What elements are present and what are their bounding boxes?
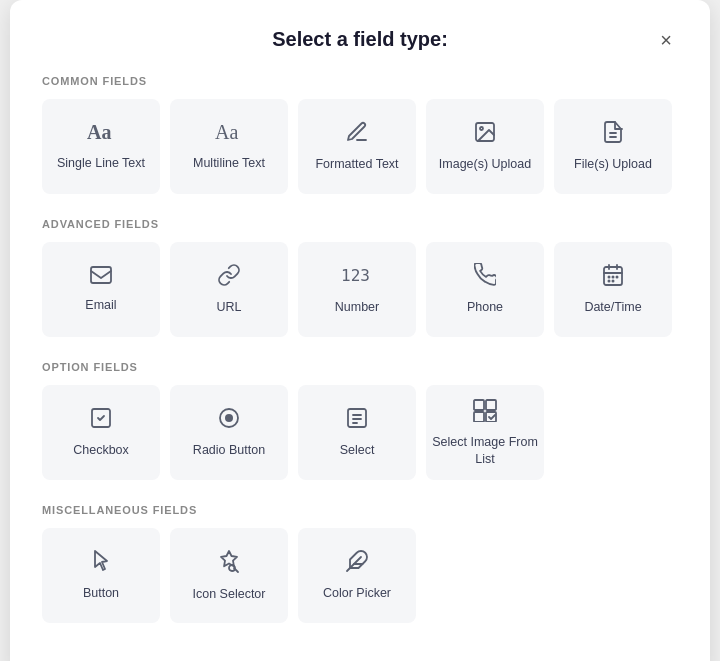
fields-grid-common: AaSingle Line TextAaMultiline TextFormat… [42, 99, 678, 194]
datetime-label: Date/Time [584, 299, 641, 315]
sections-container: COMMON FIELDSAaSingle Line TextAaMultili… [42, 75, 678, 623]
field-item-images-upload[interactable]: Image(s) Upload [426, 99, 544, 194]
checkbox-label: Checkbox [73, 442, 129, 458]
svg-rect-24 [474, 400, 484, 410]
single-line-text-icon: Aa [87, 121, 115, 147]
field-item-phone[interactable]: Phone [426, 242, 544, 337]
color-picker-icon [345, 549, 369, 577]
fields-grid-advanced: EmailURL123NumberPhoneDate/Time [42, 242, 678, 337]
files-upload-icon [602, 120, 624, 148]
field-item-email[interactable]: Email [42, 242, 160, 337]
svg-text:Aa: Aa [215, 121, 238, 143]
field-item-radio[interactable]: Radio Button [170, 385, 288, 480]
url-icon [217, 263, 241, 291]
modal-title: Select a field type: [272, 28, 448, 51]
section-common: COMMON FIELDSAaSingle Line TextAaMultili… [42, 75, 678, 194]
color-picker-label: Color Picker [323, 585, 391, 601]
field-item-button[interactable]: Button [42, 528, 160, 623]
svg-text:123: 123 [341, 266, 370, 285]
field-type-modal: Select a field type: × COMMON FIELDSAaSi… [10, 0, 710, 661]
icon-selector-icon [216, 548, 242, 578]
email-icon [89, 265, 113, 289]
select-label: Select [340, 442, 375, 458]
field-item-select[interactable]: Select [298, 385, 416, 480]
phone-icon [474, 263, 496, 291]
files-upload-label: File(s) Upload [574, 156, 652, 172]
close-button[interactable]: × [654, 28, 678, 52]
checkbox-icon [89, 406, 113, 434]
datetime-icon [601, 263, 625, 291]
svg-text:Aa: Aa [87, 121, 111, 143]
section-advanced: ADVANCED FIELDSEmailURL123NumberPhoneDat… [42, 218, 678, 337]
section-misc: MISCELLANEOUS FIELDSButtonIcon SelectorC… [42, 504, 678, 623]
images-upload-icon [473, 120, 497, 148]
svg-point-3 [480, 127, 483, 130]
svg-rect-26 [474, 412, 484, 422]
images-upload-label: Image(s) Upload [439, 156, 531, 172]
field-item-single-line-text[interactable]: AaSingle Line Text [42, 99, 160, 194]
section-label-common: COMMON FIELDS [42, 75, 678, 87]
formatted-text-icon [345, 120, 369, 148]
svg-point-19 [225, 414, 233, 422]
select-icon [345, 406, 369, 434]
fields-grid-option: CheckboxRadio ButtonSelectSelect Image F… [42, 385, 678, 480]
button-icon [89, 549, 113, 577]
formatted-text-label: Formatted Text [315, 156, 398, 172]
icon-selector-label: Icon Selector [193, 586, 266, 602]
button-label: Button [83, 585, 119, 601]
phone-label: Phone [467, 299, 503, 315]
svg-rect-25 [486, 400, 496, 410]
section-label-advanced: ADVANCED FIELDS [42, 218, 678, 230]
number-label: Number [335, 299, 379, 315]
select-image-icon [472, 398, 498, 426]
section-label-misc: MISCELLANEOUS FIELDS [42, 504, 678, 516]
number-icon: 123 [341, 263, 373, 291]
svg-rect-20 [348, 409, 366, 427]
svg-rect-6 [91, 267, 111, 283]
section-label-option: OPTION FIELDS [42, 361, 678, 373]
radio-icon [217, 406, 241, 434]
field-item-multiline-text[interactable]: AaMultiline Text [170, 99, 288, 194]
field-item-checkbox[interactable]: Checkbox [42, 385, 160, 480]
field-item-formatted-text[interactable]: Formatted Text [298, 99, 416, 194]
section-option: OPTION FIELDSCheckboxRadio ButtonSelectS… [42, 361, 678, 480]
field-item-files-upload[interactable]: File(s) Upload [554, 99, 672, 194]
field-item-icon-selector[interactable]: Icon Selector [170, 528, 288, 623]
field-item-select-image[interactable]: Select Image From List [426, 385, 544, 480]
url-label: URL [216, 299, 241, 315]
svg-rect-27 [486, 412, 496, 422]
email-label: Email [85, 297, 116, 313]
multiline-text-icon: Aa [215, 121, 243, 147]
radio-label: Radio Button [193, 442, 265, 458]
field-item-number[interactable]: 123Number [298, 242, 416, 337]
multiline-text-label: Multiline Text [193, 155, 265, 171]
field-item-url[interactable]: URL [170, 242, 288, 337]
fields-grid-misc: ButtonIcon SelectorColor Picker [42, 528, 678, 623]
field-item-datetime[interactable]: Date/Time [554, 242, 672, 337]
modal-header: Select a field type: × [42, 28, 678, 51]
single-line-text-label: Single Line Text [57, 155, 145, 171]
select-image-label: Select Image From List [428, 434, 542, 467]
field-item-color-picker[interactable]: Color Picker [298, 528, 416, 623]
